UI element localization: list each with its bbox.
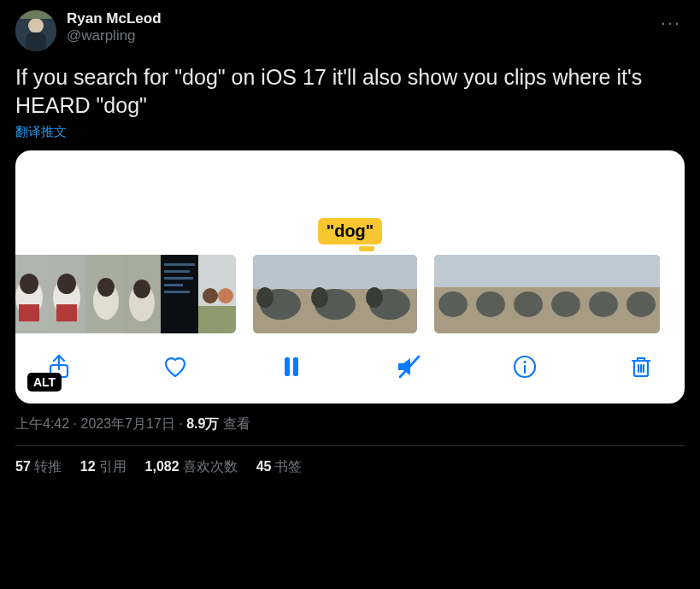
svg-rect-2 (26, 32, 46, 51)
svg-rect-11 (56, 304, 77, 321)
avatar-image (15, 10, 56, 51)
svg-rect-20 (164, 270, 190, 273)
svg-rect-60 (293, 357, 298, 376)
video-frame (253, 255, 308, 333)
tweet-meta: 上午4:42 · 2023年7月17日 · 8.9万 查看 (15, 415, 685, 433)
svg-point-17 (133, 280, 150, 298)
svg-point-63 (523, 361, 526, 363)
svg-point-51 (551, 292, 580, 317)
views-count: 8.9万 (186, 416, 219, 431)
video-toolbar (15, 333, 685, 403)
svg-rect-21 (164, 277, 193, 280)
svg-rect-33 (308, 255, 362, 289)
media-card: "dog" (15, 150, 685, 403)
video-frame (622, 255, 660, 333)
svg-rect-29 (253, 255, 308, 289)
tweet-text: If you search for "dog" on iOS 17 it'll … (15, 63, 685, 119)
quotes-stat[interactable]: 12引用 (80, 458, 126, 476)
video-frame (434, 255, 472, 333)
user-handle[interactable]: @warpling (67, 27, 647, 44)
search-chip: "dog" (318, 218, 383, 244)
svg-rect-22 (164, 284, 183, 286)
video-frame (509, 255, 547, 333)
likes-stat[interactable]: 1,082喜欢次数 (145, 458, 238, 476)
tweet-time[interactable]: 上午4:42 (15, 416, 69, 431)
svg-rect-50 (547, 255, 585, 287)
video-frame (85, 255, 123, 333)
display-name[interactable]: Ryan McLeod (67, 10, 647, 27)
svg-rect-47 (509, 255, 547, 287)
svg-point-54 (589, 292, 618, 317)
clip-group[interactable] (253, 255, 417, 333)
svg-rect-18 (161, 255, 198, 333)
tweet: Ryan McLeod @warpling ··· If you search … (0, 0, 700, 485)
divider (15, 445, 685, 446)
svg-point-57 (626, 292, 656, 317)
svg-point-42 (438, 292, 468, 317)
svg-point-1 (28, 18, 44, 33)
video-frame (308, 255, 362, 333)
video-timeline[interactable] (15, 255, 685, 333)
pause-icon[interactable] (277, 352, 306, 381)
svg-rect-3 (15, 10, 56, 19)
video-frame (48, 255, 85, 333)
views-label: 查看 (219, 416, 250, 431)
svg-rect-19 (164, 263, 195, 266)
svg-point-27 (218, 288, 233, 303)
video-frame (585, 255, 622, 333)
tweet-stats: 57转推 12引用 1,082喜欢次数 45书签 (15, 458, 685, 476)
clip-group[interactable] (434, 255, 660, 333)
video-frame (15, 255, 48, 333)
alt-badge[interactable]: ALT (27, 373, 62, 392)
video-frame (362, 255, 417, 333)
heart-icon[interactable] (161, 352, 190, 381)
svg-point-35 (311, 287, 328, 308)
svg-point-45 (476, 292, 505, 317)
svg-rect-44 (472, 255, 509, 287)
svg-rect-56 (622, 255, 660, 287)
tweet-date[interactable]: 2023年7月17日 (80, 416, 174, 431)
more-button[interactable]: ··· (657, 10, 685, 36)
search-chip-marker (359, 246, 374, 251)
video-frame (472, 255, 509, 333)
translate-link[interactable]: 翻译推文 (15, 124, 67, 140)
svg-point-48 (514, 292, 543, 317)
svg-point-26 (203, 288, 218, 303)
svg-point-10 (57, 274, 76, 294)
user-info: Ryan McLeod @warpling (67, 10, 647, 45)
mute-icon[interactable] (394, 352, 423, 381)
svg-rect-25 (198, 306, 236, 333)
retweets-stat[interactable]: 57转推 (15, 458, 62, 476)
svg-point-31 (256, 287, 274, 308)
tweet-header: Ryan McLeod @warpling ··· (15, 10, 685, 51)
clip-group[interactable] (15, 255, 236, 333)
svg-point-14 (97, 278, 115, 297)
trash-icon[interactable] (626, 352, 656, 381)
info-icon[interactable] (510, 352, 539, 381)
svg-rect-23 (164, 291, 190, 293)
svg-rect-37 (362, 255, 417, 289)
video-frame (547, 255, 585, 333)
avatar[interactable] (15, 10, 56, 51)
svg-rect-7 (19, 304, 39, 321)
video-frame (161, 255, 198, 333)
video-frame (198, 255, 236, 333)
svg-point-39 (366, 287, 383, 308)
svg-rect-41 (434, 255, 472, 287)
media-upper: "dog" (15, 150, 685, 244)
svg-rect-53 (585, 255, 622, 287)
svg-rect-59 (285, 357, 290, 376)
video-frame (123, 255, 161, 333)
svg-point-6 (20, 274, 38, 294)
bookmarks-stat[interactable]: 45书签 (256, 458, 303, 476)
